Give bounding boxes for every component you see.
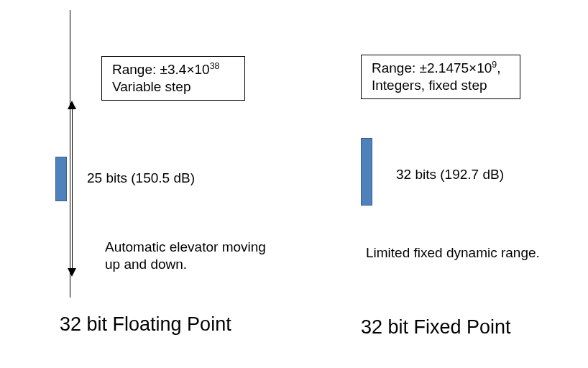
- float-range-exp: 38: [210, 61, 220, 71]
- fixed-range-suffix: ,: [497, 60, 500, 75]
- fixed-bits-label: 32 bits (192.7 dB): [396, 167, 504, 183]
- fixed-range-line2: Integers, fixed step: [372, 77, 513, 94]
- float-range-line2: Variable step: [112, 78, 237, 96]
- float-arrow-shaft: [72, 108, 73, 270]
- float-desc-line2: up and down.: [105, 256, 266, 273]
- float-range-box: Range: ±3.4×1038 Variable step: [101, 56, 245, 101]
- fixed-range-value: ±2.1475×10: [420, 60, 492, 75]
- fixed-range-bar: [361, 138, 372, 206]
- fixed-range-line1: Range: ±2.1475×109,: [372, 60, 513, 77]
- fixed-description: Limited fixed dynamic range.: [366, 244, 540, 262]
- float-elevator-bar: [55, 157, 67, 201]
- arrow-down-icon: [68, 268, 76, 277]
- float-bits-label: 25 bits (150.5 dB): [87, 170, 195, 186]
- float-range-value: ±3.4×10: [160, 62, 210, 77]
- float-axis-line: [70, 10, 70, 298]
- float-title: 32 bit Floating Point: [60, 313, 231, 336]
- fixed-range-prefix: Range:: [372, 60, 420, 75]
- fixed-range-box: Range: ±2.1475×109, Integers, fixed step: [361, 55, 520, 99]
- float-range-line1: Range: ±3.4×1038: [112, 61, 237, 78]
- float-description: Automatic elevator moving up and down.: [105, 239, 266, 273]
- float-range-prefix: Range:: [112, 62, 160, 77]
- fixed-title: 32 bit Fixed Point: [361, 316, 511, 339]
- float-desc-line1: Automatic elevator moving: [105, 239, 266, 256]
